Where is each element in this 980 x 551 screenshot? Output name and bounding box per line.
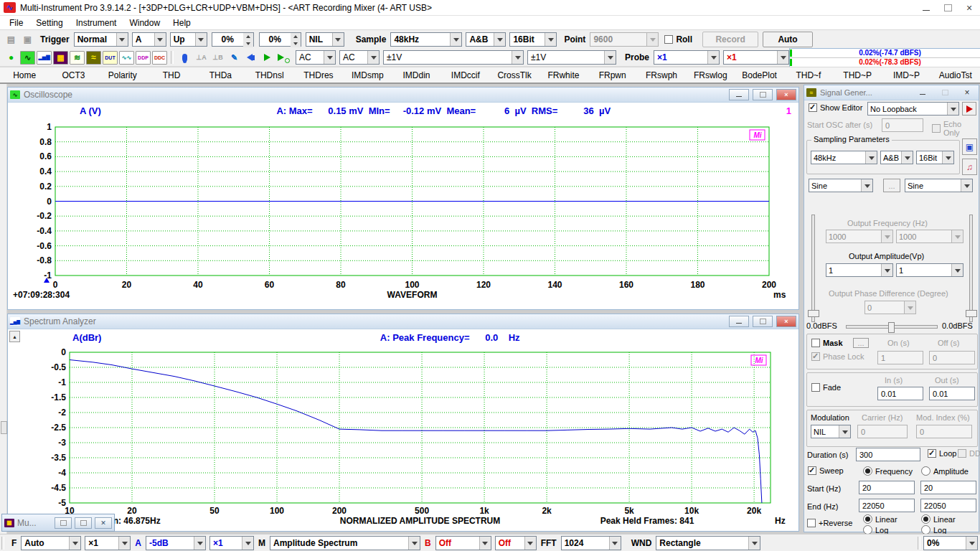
fade-in-input[interactable]: 0.01	[877, 387, 923, 400]
reverse-checkbox[interactable]: +Reverse	[807, 519, 852, 527]
sweep-amplitude-radio[interactable]: Amplitude	[921, 466, 969, 476]
ddc-icon[interactable]: DDC	[151, 50, 168, 65]
duration-input[interactable]: 300	[856, 448, 920, 461]
tab-home[interactable]: Home	[0, 67, 49, 83]
minimized-multimeter-window[interactable]: ▦ Mu... ✕	[1, 514, 115, 532]
generator-play-button[interactable]	[962, 102, 976, 116]
tab-crosstlk[interactable]: CrossTlk	[490, 67, 539, 83]
trigger-mode-combo[interactable]: Normal	[74, 32, 128, 47]
b-range-combo[interactable]: Off	[435, 536, 491, 550]
auto-button[interactable]: Auto	[763, 32, 813, 47]
speaker-icon[interactable]	[242, 50, 259, 65]
fade-checkbox[interactable]: Fade	[811, 383, 841, 392]
close-icon[interactable]: ×	[958, 88, 976, 98]
spectrum-analyzer-titlebar[interactable]: ▂▅▇ Spectrum Analyzer ×	[8, 314, 798, 329]
ddp-viewer-icon[interactable]: DDP	[135, 50, 151, 65]
b-scale-combo[interactable]: Off	[495, 536, 537, 550]
scroll-thumb[interactable]	[1, 421, 7, 434]
minimize-button[interactable]	[729, 316, 749, 327]
generator-channels-combo[interactable]: A&B	[880, 151, 913, 164]
menu-instrument[interactable]: Instrument	[70, 18, 123, 28]
signal-generator-icon[interactable]: ≈	[85, 50, 102, 65]
tab-thd[interactable]: THD	[147, 67, 196, 83]
oscilloscope-icon[interactable]: ∿	[19, 50, 36, 65]
menu-help[interactable]: Help	[166, 18, 197, 28]
close-icon[interactable]: ✕	[95, 517, 112, 529]
open-file-icon[interactable]: ▤	[3, 32, 19, 47]
range-a-combo[interactable]: ±1V	[383, 50, 524, 65]
trigger-source-combo[interactable]: A	[132, 32, 166, 47]
tab-frpwn[interactable]: FRpwn	[588, 67, 637, 83]
device-test-plan-icon[interactable]: DUT	[102, 50, 118, 65]
probe-calibration-icon[interactable]: ✎	[226, 50, 242, 65]
restore-button[interactable]	[55, 517, 72, 529]
trigger-level-field[interactable]: 0%	[212, 32, 243, 47]
menu-file[interactable]: File	[3, 18, 29, 28]
range-b-combo[interactable]: ±1V	[527, 50, 616, 65]
tab-oct3[interactable]: OCT3	[49, 67, 98, 83]
sweep-end-a-input[interactable]: 22050	[859, 499, 915, 512]
spectrum-3d-plot-icon[interactable]: ≋	[69, 50, 85, 65]
tab-imddin[interactable]: IMDdin	[392, 67, 440, 83]
trigger-level-spinner[interactable]	[243, 32, 254, 47]
fft-size-combo[interactable]: 1024	[561, 536, 621, 550]
probe-b-combo[interactable]: ×1	[723, 50, 789, 65]
sample-channels-combo[interactable]: A&B	[466, 32, 506, 47]
sweep-frequency-radio[interactable]: Frequency	[863, 466, 913, 476]
generator-bits-combo[interactable]: 16Bit	[916, 151, 954, 164]
invert-b-icon[interactable]: ⊥B	[209, 50, 226, 65]
window-function-combo[interactable]: Rectangle	[656, 536, 760, 550]
tab-frswlog[interactable]: FRswlog	[686, 67, 735, 83]
save-icon[interactable]: ▣	[19, 32, 36, 47]
tab-thd-p[interactable]: THD~P	[833, 67, 882, 83]
tab-imdsmp[interactable]: IMDsmp	[343, 67, 392, 83]
microphone-icon[interactable]	[176, 50, 193, 65]
frequency-rejection-combo[interactable]: NIL	[306, 32, 344, 47]
overlap-combo[interactable]: 0%	[923, 536, 978, 550]
balance-slider[interactable]	[846, 325, 938, 329]
invert-a-icon[interactable]: ⊥A	[193, 50, 209, 65]
waveform-b-combo[interactable]: Sine	[905, 179, 973, 192]
frequency-scale-combo[interactable]: ×1	[85, 536, 131, 550]
tab-thdnsl[interactable]: THDnsl	[245, 67, 293, 83]
generator-sample-rate-combo[interactable]: 48kHz	[811, 151, 877, 164]
oscilloscope-titlebar[interactable]: ∿ Oscilloscope ×	[8, 88, 798, 103]
coupling-a-combo[interactable]: AC	[296, 50, 336, 65]
amplitude-b-combo[interactable]: 1	[896, 263, 963, 277]
loopback-combo[interactable]: No Loopback	[867, 102, 959, 116]
display-mode-combo[interactable]: Amplitude Spectrum	[270, 536, 420, 550]
frequency-range-combo[interactable]: Auto	[21, 536, 81, 550]
maximize-button[interactable]	[75, 517, 92, 529]
minimize-button[interactable]	[913, 88, 932, 98]
output-level-slider-b[interactable]	[969, 215, 973, 322]
tab-bodeplot[interactable]: BodePlot	[735, 67, 783, 83]
derived-data-curves-icon[interactable]: ∿∿	[118, 50, 135, 65]
a-scale-combo[interactable]: ×1	[209, 536, 254, 550]
tab-frwhite[interactable]: FRwhite	[539, 67, 588, 83]
tab-thd-f[interactable]: THD~f	[784, 67, 833, 83]
sample-rate-combo[interactable]: 48kHz	[390, 32, 462, 47]
probe-a-combo[interactable]: ×1	[654, 50, 720, 65]
coupling-b-combo[interactable]: AC	[339, 50, 380, 65]
tab-audiotst[interactable]: AudioTst	[931, 67, 980, 83]
close-icon[interactable]: ×	[776, 89, 796, 100]
close-icon[interactable]: ×	[776, 316, 796, 327]
show-editor-checkbox[interactable]: Show Editor	[809, 103, 862, 112]
tab-frswph[interactable]: FRswph	[637, 67, 686, 83]
play-icon[interactable]	[259, 50, 275, 65]
sweep-a-linear-radio[interactable]: Linear	[863, 514, 897, 524]
restore-button[interactable]	[753, 89, 773, 100]
restore-button[interactable]	[753, 316, 773, 327]
multimeter-icon[interactable]: ▦	[52, 50, 69, 65]
signal-generator-titlebar[interactable]: ≈ Signal Gener... ×	[804, 85, 979, 100]
sweep-checkbox[interactable]: Sweep	[808, 466, 844, 475]
tab-thda[interactable]: THDa	[196, 67, 245, 83]
maximize-button[interactable]	[937, 0, 958, 15]
tab-thdres[interactable]: THDres	[294, 67, 343, 83]
modulation-combo[interactable]: NIL	[811, 425, 851, 438]
tab-polarity[interactable]: Polarity	[98, 67, 147, 83]
loop-checkbox[interactable]: Loop	[928, 449, 956, 458]
fade-out-input[interactable]: 0.01	[929, 387, 975, 400]
tab-imd-p[interactable]: IMD~P	[882, 67, 930, 83]
save-signal-icon[interactable]: ▣	[962, 138, 977, 155]
